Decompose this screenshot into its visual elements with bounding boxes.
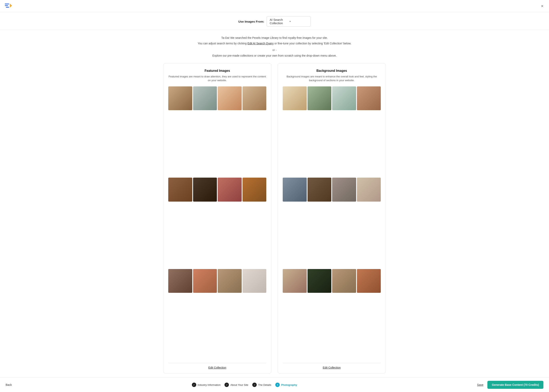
use-images-label: Use Images From:: [238, 20, 264, 23]
svg-rect-1: [5, 5, 8, 6]
featured-image-9[interactable]: [168, 269, 192, 293]
step-2-label: About Your Site: [230, 383, 248, 386]
info-line2-pre: You can adjust search terms by clicking: [198, 42, 247, 45]
featured-image-5[interactable]: [168, 178, 192, 202]
footer: Back ✓ Industry Information ✓ About Your…: [0, 378, 549, 392]
featured-image-2[interactable]: [193, 86, 217, 110]
generate-base-content-button[interactable]: Generate Base Content (70 Credits): [487, 381, 543, 389]
background-card-title: Background Images: [283, 69, 381, 73]
featured-image-grid: [168, 86, 266, 359]
info-line3: Explore our pre-made collections or crea…: [5, 53, 544, 58]
featured-image-6[interactable]: [193, 178, 217, 202]
step-3-check-icon: ✓: [252, 383, 257, 387]
background-image-9[interactable]: [283, 269, 307, 293]
main-content: Featured Images Featured images are mean…: [0, 61, 549, 378]
step-2-check-icon: ✓: [225, 383, 229, 387]
featured-image-8[interactable]: [242, 178, 267, 202]
background-image-11[interactable]: [332, 269, 356, 293]
featured-image-10[interactable]: [193, 269, 217, 293]
step-industry-information: ✓ Industry Information: [192, 383, 221, 387]
or-text: or -: [5, 48, 544, 52]
background-image-7[interactable]: [332, 178, 356, 202]
save-button[interactable]: Save: [477, 383, 483, 386]
logo: [5, 3, 12, 9]
edit-ai-search-query-link[interactable]: Edit AI Search Query: [247, 42, 274, 45]
background-image-5[interactable]: [283, 178, 307, 202]
featured-card-desc: Featured images are meant to draw attent…: [168, 75, 266, 82]
use-images-row: Use Images From: AI Search Collection ▾: [0, 12, 549, 30]
step-about-your-site: ✓ About Your Site: [225, 383, 248, 387]
background-edit-collection-link[interactable]: Edit Collection: [283, 366, 381, 369]
featured-image-1[interactable]: [168, 86, 192, 110]
chevron-down-icon: ▾: [289, 20, 308, 23]
background-card-divider: [283, 363, 381, 363]
info-line2: You can adjust search terms by clicking …: [5, 41, 544, 46]
featured-edit-collection-link[interactable]: Edit Collection: [168, 366, 266, 369]
background-card-desc: Background images are meant to enhance t…: [283, 75, 381, 82]
step-1-check-icon: ✓: [192, 383, 196, 387]
back-button[interactable]: Back: [6, 382, 12, 387]
background-image-8[interactable]: [357, 178, 381, 202]
featured-images-card: Featured Images Featured images are mean…: [163, 63, 271, 373]
step-the-details: ✓ The Details: [252, 383, 271, 387]
featured-image-7[interactable]: [218, 178, 242, 202]
steps-row: ✓ Industry Information ✓ About Your Site…: [192, 383, 297, 387]
background-images-card: Background Images Background images are …: [278, 63, 386, 373]
footer-right: Save Generate Base Content (70 Credits): [477, 381, 543, 389]
background-image-1[interactable]: [283, 86, 307, 110]
step-photography: 4 Photography: [275, 383, 297, 387]
svg-rect-0: [5, 4, 9, 4]
featured-image-4[interactable]: [242, 86, 267, 110]
background-image-3[interactable]: [332, 86, 356, 110]
featured-image-3[interactable]: [218, 86, 242, 110]
featured-image-12[interactable]: [242, 269, 267, 293]
step-4-label: Photography: [281, 383, 297, 386]
collection-dropdown[interactable]: AI Search Collection ▾: [267, 16, 311, 27]
background-image-4[interactable]: [357, 86, 381, 110]
dropdown-selected-value: AI Search Collection: [270, 18, 288, 25]
featured-card-title: Featured Images: [168, 69, 266, 73]
svg-rect-2: [6, 7, 9, 7]
background-image-grid: [283, 86, 381, 359]
featured-card-divider: [168, 363, 266, 363]
info-section: Ta-Da! We searched the Pexels Image Libr…: [0, 30, 549, 61]
background-image-10[interactable]: [308, 269, 331, 293]
step-4-number-badge: 4: [275, 383, 280, 387]
step-1-label: Industry Information: [198, 383, 221, 386]
step-3-label: The Details: [258, 383, 271, 386]
info-line2-post: or fine-tune your collection by selectin…: [274, 42, 351, 45]
header: ×: [0, 0, 549, 12]
featured-image-11[interactable]: [218, 269, 242, 293]
background-image-12[interactable]: [357, 269, 381, 293]
background-image-2[interactable]: [308, 86, 331, 110]
info-line1: Ta-Da! We searched the Pexels Image Libr…: [5, 35, 544, 40]
background-image-6[interactable]: [308, 178, 331, 202]
svg-marker-3: [10, 4, 12, 7]
close-button[interactable]: ×: [540, 3, 544, 9]
